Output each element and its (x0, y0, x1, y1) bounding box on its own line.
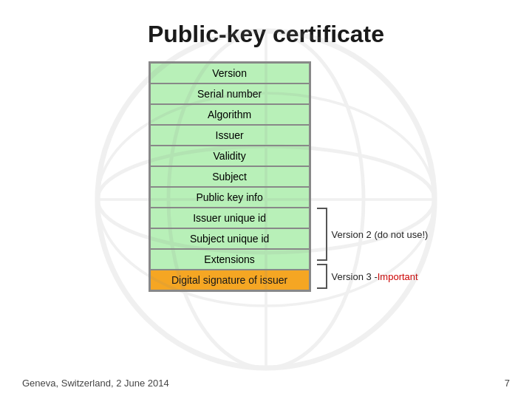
version3-bracket (317, 264, 327, 289)
certificate-container: VersionSerial numberAlgorithmIssuerValid… (149, 61, 311, 292)
version2-annotation: Version 2 (do not use!) (332, 229, 429, 240)
footer-location: Geneva, Switzerland, 2 June 2014 (22, 378, 169, 389)
annotations-area: Version 2 (do not use!) Version 3 - Impo… (317, 61, 429, 292)
cert-row-6: Public key info (150, 187, 310, 208)
version2-bracket (317, 208, 327, 261)
cert-row-5: Subject (150, 166, 310, 187)
cert-row-8: Subject unique id (150, 228, 310, 249)
page-title: Public-key certificate (0, 0, 532, 61)
version3-prefix-text: Version 3 - (332, 271, 378, 282)
cert-row-0: Version (150, 63, 310, 83)
cert-row-7: Issuer unique id (150, 208, 310, 228)
version2-bracket-group: Version 2 (do not use!) (317, 208, 429, 261)
cert-row-1: Serial number (150, 83, 310, 104)
cert-row-9: Extensions (150, 249, 310, 270)
version3-important-text: Important (378, 271, 418, 282)
cert-row-4: Validity (150, 146, 310, 166)
page-number: 7 (505, 378, 510, 389)
cert-row-3: Issuer (150, 125, 310, 146)
content-area: VersionSerial numberAlgorithmIssuerValid… (0, 61, 532, 292)
cert-row-2: Algorithm (150, 104, 310, 125)
cert-row-10: Digital signature of issuer (150, 270, 310, 290)
version3-bracket-group: Version 3 - Important (317, 264, 429, 289)
